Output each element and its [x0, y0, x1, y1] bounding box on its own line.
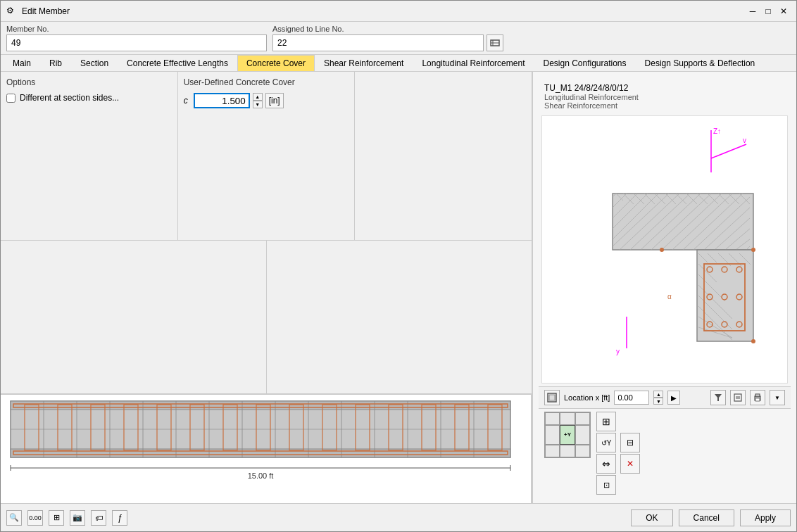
ok-button[interactable]: OK — [631, 509, 672, 526]
filter-button[interactable] — [710, 390, 726, 405]
svg-rect-118 — [755, 394, 760, 397]
icon-controls-2: ⊟ ✕ — [620, 433, 640, 474]
svg-text:Z↑: Z↑ — [713, 127, 721, 135]
grid-mr — [575, 425, 590, 444]
content-area: Options Different at section sides... Us… — [1, 72, 796, 503]
svg-rect-119 — [755, 398, 760, 401]
section-canvas: Z↑ v y u — [541, 115, 788, 384]
different-sides-checkbox[interactable] — [6, 94, 15, 103]
tab-design-supports[interactable]: Design Supports & Deflection — [636, 55, 765, 71]
svg-text:15.00 ft: 15.00 ft — [248, 471, 274, 480]
window-title: Edit Member — [22, 6, 746, 16]
tab-shear-reinforcement[interactable]: Shear Reinforcement — [315, 55, 413, 71]
view-grid: +Y — [544, 412, 591, 458]
grid-center[interactable]: +Y — [560, 425, 575, 444]
cover-spin-down[interactable]: ▼ — [253, 101, 263, 108]
ctrl-box-icon[interactable]: ⊞ — [596, 412, 616, 431]
ctrl-arrow-icon[interactable]: ⇔ — [596, 454, 616, 474]
ctrl-rotate-y[interactable]: ↺Y — [596, 433, 616, 452]
maximize-button[interactable]: □ — [761, 4, 775, 18]
member-info-bar: Member No. Assigned to Line No. — [1, 22, 796, 55]
right-panel: TU_M1 24/8/24/8/0/12 Longitudinal Reinfo… — [532, 72, 796, 503]
window-icon: ⚙ — [6, 6, 18, 17]
location-bar: Location x [ft] ▲ ▼ ▶ ▼ — [539, 386, 791, 409]
window-controls: ─ □ ✕ — [746, 4, 791, 18]
cover-c-label: c — [184, 96, 188, 106]
apply-button[interactable]: Apply — [740, 509, 791, 526]
zoom-fit-button[interactable] — [544, 390, 560, 405]
svg-text:v: v — [743, 137, 746, 144]
ctrl-scale-icon[interactable]: ⊡ — [596, 475, 616, 495]
cover-spinners: ▲ ▼ — [253, 93, 263, 108]
grid-tl — [545, 412, 560, 425]
section-shear: Shear Reinforcement — [544, 101, 785, 110]
beam-svg: 15.00 ft — [4, 398, 517, 482]
middle-left-panel — [1, 241, 267, 393]
decimal-icon-btn[interactable]: 0.00 — [27, 510, 43, 526]
member-no-input[interactable] — [6, 34, 267, 51]
svg-rect-114 — [734, 394, 741, 401]
section-name: TU_M1 24/8/24/8/0/12 — [544, 83, 785, 93]
search-icon-btn[interactable]: 🔍 — [6, 510, 22, 526]
close-button[interactable]: ✕ — [777, 4, 791, 18]
footer-icon-bar: 🔍 0.00 ⊞ 📷 🏷 ƒ — [6, 510, 127, 526]
grid-tm — [560, 412, 575, 425]
svg-text:y: y — [616, 348, 620, 355]
svg-marker-113 — [715, 394, 722, 401]
section-diagram-svg: Z↑ v y u — [542, 116, 788, 384]
section-longitudinal: Longitudinal Reinforcement — [544, 93, 785, 101]
concrete-cover-panel: User-Defined Concrete Cover c ▲ ▼ [in] — [178, 72, 356, 240]
footer-button-group: OK Cancel Apply — [631, 509, 791, 526]
tab-concrete-cover[interactable]: Concrete Cover — [237, 55, 315, 71]
cover-spin-up[interactable]: ▲ — [253, 93, 263, 101]
export-dropdown[interactable]: ▼ — [770, 390, 785, 405]
grid-center-label: +Y — [564, 431, 571, 438]
cover-value-input[interactable] — [194, 93, 250, 108]
empty-top-right — [355, 72, 532, 240]
svg-rect-51 — [613, 194, 753, 250]
cover-input-row: c ▲ ▼ [in] — [184, 93, 349, 108]
svg-text:α: α — [667, 293, 672, 300]
concrete-cover-title: User-Defined Concrete Cover — [184, 77, 349, 87]
different-sides-label: Different at section sides... — [20, 93, 119, 103]
tab-rib[interactable]: Rib — [40, 55, 71, 71]
assigned-line-button[interactable] — [487, 34, 503, 51]
cancel-button[interactable]: Cancel — [679, 509, 734, 526]
minimize-button[interactable]: ─ — [746, 4, 760, 18]
bottom-section: 15.00 ft — [1, 394, 532, 503]
ctrl-measure[interactable]: ⊟ — [620, 433, 640, 452]
export1-button[interactable] — [730, 390, 746, 405]
grid-br — [575, 445, 590, 457]
svg-rect-112 — [549, 395, 555, 400]
beam-visualization: 15.00 ft — [1, 395, 532, 503]
tab-section[interactable]: Section — [71, 55, 118, 71]
grid-bm — [560, 445, 575, 457]
ctrl-delete[interactable]: ✕ — [620, 454, 640, 474]
location-input[interactable] — [614, 391, 649, 405]
location-spin-up[interactable]: ▲ — [653, 391, 663, 398]
footer: 🔍 0.00 ⊞ 📷 🏷 ƒ OK Cancel Apply — [1, 503, 796, 531]
tab-main[interactable]: Main — [4, 55, 40, 71]
location-label: Location x [ft] — [564, 393, 610, 402]
tab-concrete-lengths[interactable]: Concrete Effective Lengths — [118, 55, 237, 71]
options-title: Options — [6, 77, 172, 87]
location-spinners: ▲ ▼ — [653, 391, 663, 405]
tab-bar: Main Rib Section Concrete Effective Leng… — [1, 55, 796, 72]
assigned-line-input[interactable] — [272, 34, 484, 51]
tag-icon-btn[interactable]: 🏷 — [91, 510, 106, 526]
options-panel: Options Different at section sides... — [1, 72, 178, 240]
location-spin-down[interactable]: ▼ — [653, 398, 663, 405]
location-next[interactable]: ▶ — [667, 391, 680, 405]
svg-point-108 — [660, 248, 664, 252]
tab-longitudinal-reinforcement[interactable]: Longitudinal Reinforcement — [413, 55, 534, 71]
func-icon-btn[interactable]: ƒ — [112, 510, 127, 526]
svg-point-110 — [751, 339, 755, 343]
table-icon-btn[interactable]: ⊞ — [49, 510, 64, 526]
middle-right-panel — [267, 241, 532, 393]
assigned-line-row — [272, 34, 503, 51]
cover-unit: [in] — [265, 93, 284, 108]
section-info: TU_M1 24/8/24/8/0/12 Longitudinal Reinfo… — [539, 77, 791, 113]
camera-icon-btn[interactable]: 📷 — [70, 510, 85, 526]
tab-design-configurations[interactable]: Design Configurations — [534, 55, 635, 71]
print-button[interactable] — [750, 390, 765, 405]
